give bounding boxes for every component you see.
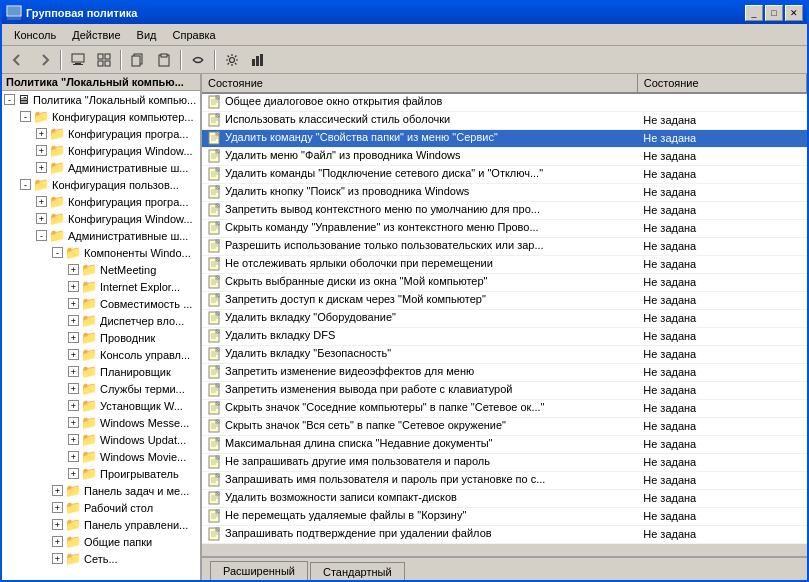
tree-expander-plus[interactable]: + — [68, 468, 79, 479]
menu-view[interactable]: Вид — [129, 27, 165, 43]
table-row[interactable]: Не перемещать удаляемые файлы в "Корзину… — [202, 507, 807, 525]
tree-item-windows2[interactable]: +📁Конфигурация Window... — [2, 210, 200, 227]
menu-console[interactable]: Консоль — [6, 27, 64, 43]
table-row[interactable]: Запретить доступ к дискам через "Мой ком… — [202, 291, 807, 309]
tree-item-computer[interactable]: -📁Конфигурация компьютер... — [2, 108, 200, 125]
tree-item-termsvcs[interactable]: +📁Службы терми... — [2, 380, 200, 397]
table-row[interactable]: Запретить изменение видеоэффектов для ме… — [202, 363, 807, 381]
close-button[interactable]: ✕ — [785, 5, 803, 21]
tab-extended[interactable]: Расширенный — [210, 561, 308, 580]
menu-help[interactable]: Справка — [165, 27, 224, 43]
tree-expander-plus[interactable]: + — [68, 434, 79, 445]
tree-item-messenger[interactable]: +📁Windows Messe... — [2, 414, 200, 431]
tree-item-explorer[interactable]: +📁Проводник — [2, 329, 200, 346]
tree-expander-plus[interactable]: + — [68, 315, 79, 326]
tree-expander-plus[interactable]: + — [36, 196, 47, 207]
tree-item-windows1[interactable]: +📁Конфигурация Window... — [2, 142, 200, 159]
menu-action[interactable]: Действие — [64, 27, 128, 43]
tree-expander-plus[interactable]: + — [36, 145, 47, 156]
table-row[interactable]: Запрашивать подтверждение при удалении ф… — [202, 525, 807, 543]
forward-button[interactable] — [32, 49, 56, 71]
tree-expander-plus[interactable]: + — [52, 502, 63, 513]
tree-expander-plus[interactable]: + — [68, 264, 79, 275]
tree-item-software2[interactable]: +📁Конфигурация програ... — [2, 193, 200, 210]
tree-expander-plus[interactable]: + — [68, 451, 79, 462]
back-button[interactable] — [6, 49, 30, 71]
table-row[interactable]: Удалить вкладку DFSНе задана — [202, 327, 807, 345]
tree-item-root[interactable]: -🖥Политика "Локальный компью... — [2, 91, 200, 108]
tree-item-wincomp[interactable]: -📁Компоненты Windo... — [2, 244, 200, 261]
table-row[interactable]: Удалить вкладку "Оборудование"Не задана — [202, 309, 807, 327]
tree-item-console[interactable]: +📁Консоль управл... — [2, 346, 200, 363]
maximize-button[interactable]: □ — [765, 5, 783, 21]
tree-item-winupdate[interactable]: +📁Windows Updat... — [2, 431, 200, 448]
tree-expander-plus[interactable]: + — [68, 349, 79, 360]
table-row[interactable]: Скрыть значок "Соседние компьютеры" в па… — [202, 399, 807, 417]
tree-expander-plus[interactable]: + — [36, 162, 47, 173]
table-row[interactable]: Скрыть значок "Вся сеть" в папке "Сетево… — [202, 417, 807, 435]
tab-standard[interactable]: Стандартный — [310, 562, 405, 580]
tree-expander-plus[interactable]: + — [52, 519, 63, 530]
minimize-button[interactable]: _ — [745, 5, 763, 21]
tree-item-installer[interactable]: +📁Установщик W... — [2, 397, 200, 414]
tree-item-user[interactable]: -📁Конфигурация пользов... — [2, 176, 200, 193]
tree-expander-minus[interactable]: - — [4, 94, 15, 105]
tree-item-devmgr[interactable]: +📁Диспетчер вло... — [2, 312, 200, 329]
table-row[interactable]: Общее диалоговое окно открытия файлов — [202, 93, 807, 111]
tree-item-network[interactable]: +📁Сеть... — [2, 550, 200, 567]
tree-item-planner[interactable]: +📁Планировщик — [2, 363, 200, 380]
tree-item-winmovie[interactable]: +📁Windows Movie... — [2, 448, 200, 465]
tree-expander-plus[interactable]: + — [68, 417, 79, 428]
tree-expander-plus[interactable]: + — [68, 298, 79, 309]
grid-button[interactable] — [92, 49, 116, 71]
table-row[interactable]: Максимальная длина списка "Недавние доку… — [202, 435, 807, 453]
tree-expander-plus[interactable]: + — [52, 485, 63, 496]
table-row[interactable]: Удалить меню "Файл" из проводника Window… — [202, 147, 807, 165]
table-row[interactable]: Удалить команды "Подключение сетевого ди… — [202, 165, 807, 183]
table-row[interactable]: Скрыть выбранные диски из окна "Мой комп… — [202, 273, 807, 291]
column-header-status[interactable]: Состояние — [637, 74, 806, 93]
table-row[interactable]: Не отслеживать ярлыки оболочки при перем… — [202, 255, 807, 273]
tree-item-admin2[interactable]: -📁Административные ш... — [2, 227, 200, 244]
copy-button[interactable] — [126, 49, 150, 71]
tree-item-ctrlpanel[interactable]: +📁Панель управлени... — [2, 516, 200, 533]
table-row[interactable]: Использовать классический стиль оболочки… — [202, 111, 807, 129]
settings-button[interactable] — [220, 49, 244, 71]
tree-expander-plus[interactable]: + — [36, 128, 47, 139]
tree-item-folders[interactable]: +📁Общие папки — [2, 533, 200, 550]
tree-expander-plus[interactable]: + — [68, 366, 79, 377]
table-row[interactable]: Запрашивать имя пользователя и пароль пр… — [202, 471, 807, 489]
paste-button[interactable] — [152, 49, 176, 71]
table-row[interactable]: Скрыть команду "Управление" из контекстн… — [202, 219, 807, 237]
tree-expander-minus[interactable]: - — [52, 247, 63, 258]
chart-button[interactable] — [246, 49, 270, 71]
table-row[interactable]: Запретить изменения вывода при работе с … — [202, 381, 807, 399]
tree-item-player[interactable]: +📁Проигрыватель — [2, 465, 200, 482]
tree-expander-plus[interactable]: + — [68, 400, 79, 411]
table-row[interactable]: Удалить возможности записи компакт-диско… — [202, 489, 807, 507]
column-header-name[interactable]: Состояние — [202, 74, 637, 93]
tree-expander-plus[interactable]: + — [52, 553, 63, 564]
table-row[interactable]: Запретить вывод контекстного меню по умо… — [202, 201, 807, 219]
table-row[interactable]: Не запрашивать другие имя пользователя и… — [202, 453, 807, 471]
tree-expander-minus[interactable]: - — [20, 179, 31, 190]
link-button[interactable] — [186, 49, 210, 71]
tree-expander-minus[interactable]: - — [20, 111, 31, 122]
tree-expander-minus[interactable]: - — [36, 230, 47, 241]
tree-item-software1[interactable]: +📁Конфигурация програ... — [2, 125, 200, 142]
tree-item-compat[interactable]: +📁Совместимость ... — [2, 295, 200, 312]
tree-expander-plus[interactable]: + — [52, 536, 63, 547]
tree-expander-plus[interactable]: + — [68, 332, 79, 343]
table-row[interactable]: Удалить кнопку "Поиск" из проводника Win… — [202, 183, 807, 201]
tree-item-admin1[interactable]: +📁Административные ш... — [2, 159, 200, 176]
computer-button[interactable] — [66, 49, 90, 71]
table-row[interactable]: Удалить вкладку "Безопасность"Не задана — [202, 345, 807, 363]
tree-item-taskbar[interactable]: +📁Панель задач и ме... — [2, 482, 200, 499]
tree-expander-plus[interactable]: + — [36, 213, 47, 224]
tree-expander-plus[interactable]: + — [68, 383, 79, 394]
tree-item-ie[interactable]: +📁Internet Explor... — [2, 278, 200, 295]
tree-item-desktop[interactable]: +📁Рабочий стол — [2, 499, 200, 516]
tree-expander-plus[interactable]: + — [68, 281, 79, 292]
table-row[interactable]: Разрешить использование только пользоват… — [202, 237, 807, 255]
table-row[interactable]: Удалить команду "Свойства папки" из меню… — [202, 129, 807, 147]
